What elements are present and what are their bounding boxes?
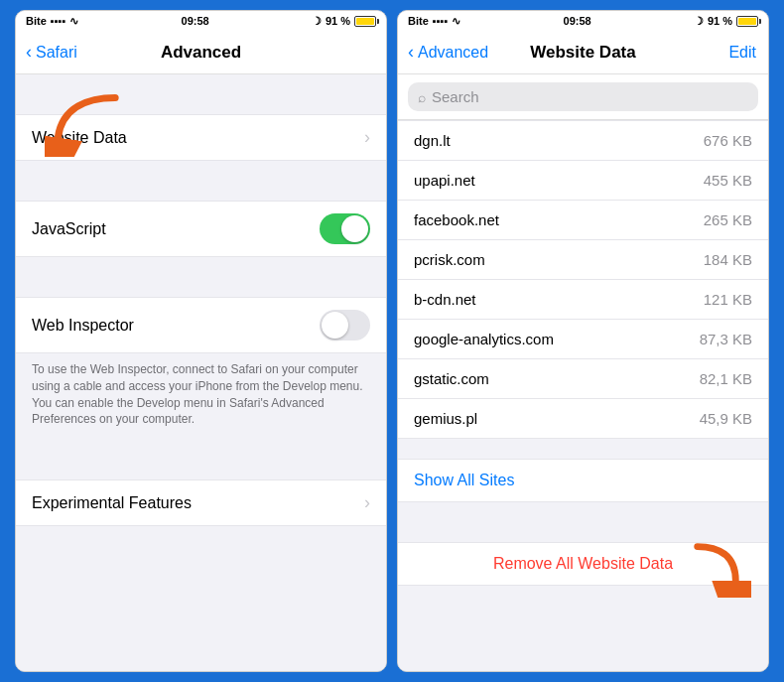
size-label: 265 KB bbox=[704, 211, 752, 228]
left-status-right: ☽ 91 % bbox=[312, 15, 376, 28]
list-item: dgn.lt 676 KB bbox=[398, 120, 768, 161]
right-battery-icon bbox=[736, 16, 758, 27]
edit-label: Edit bbox=[728, 44, 756, 61]
list-item: gstatic.com 82,1 KB bbox=[398, 359, 768, 399]
search-icon: ⌕ bbox=[418, 89, 426, 105]
list-item: facebook.net 265 KB bbox=[398, 201, 768, 240]
wifi-signal-icon: ∿ bbox=[69, 15, 78, 28]
toggle-thumb bbox=[341, 215, 368, 242]
signal-icon: ▪▪▪▪ bbox=[51, 15, 66, 27]
search-placeholder: Search bbox=[432, 88, 479, 105]
left-status-bar: Bite ▪▪▪▪ ∿ 09:58 ☽ 91 % bbox=[16, 11, 386, 31]
size-label: 82,1 KB bbox=[700, 370, 752, 387]
web-inspector-label: Web Inspector bbox=[32, 317, 134, 335]
right-time-label: 09:58 bbox=[564, 15, 591, 27]
time-label: 09:58 bbox=[182, 15, 209, 27]
left-status-left: Bite ▪▪▪▪ ∿ bbox=[26, 15, 78, 28]
spacer3 bbox=[16, 257, 386, 277]
right-content: dgn.lt 676 KB upapi.net 455 KB facebook.… bbox=[398, 120, 768, 671]
right-back-label: Advanced bbox=[418, 44, 488, 62]
right-carrier-label: Bite bbox=[408, 15, 429, 27]
back-button[interactable]: ‹ Safari bbox=[26, 42, 77, 63]
right-signal-icon: ▪▪▪▪ bbox=[433, 15, 449, 27]
domain-label: facebook.net bbox=[414, 211, 499, 228]
show-all-container: Show All Sites bbox=[398, 459, 768, 502]
right-moon-icon: ☽ bbox=[694, 15, 704, 28]
web-inspector-section: Web Inspector To use the Web Inspector, … bbox=[16, 297, 386, 440]
left-phone: Bite ▪▪▪▪ ∿ 09:58 ☽ 91 % ‹ Safari Advanc… bbox=[15, 10, 387, 672]
search-bar-container: ⌕ Search bbox=[398, 74, 768, 120]
list-item: google-analytics.com 87,3 KB bbox=[398, 320, 768, 359]
website-data-section: Website Data › bbox=[16, 114, 386, 161]
back-chevron-icon: ‹ bbox=[26, 42, 32, 63]
battery-icon bbox=[354, 16, 376, 27]
website-data-chevron-icon: › bbox=[364, 127, 370, 148]
left-content: Website Data › JavaScript Web Inspector bbox=[16, 74, 386, 671]
edit-button[interactable]: Edit bbox=[728, 44, 756, 62]
right-back-button[interactable]: ‹ Advanced bbox=[408, 42, 488, 63]
page-title: Advanced bbox=[161, 43, 241, 63]
size-label: 45,9 KB bbox=[700, 410, 752, 427]
left-phone-wrapper: Bite ▪▪▪▪ ∿ 09:58 ☽ 91 % ‹ Safari Advanc… bbox=[15, 10, 387, 672]
right-phone-wrapper: Bite ▪▪▪▪ ∿ 09:58 ☽ 91 % ‹ Advanced Webs… bbox=[397, 10, 769, 672]
website-data-label: Website Data bbox=[32, 129, 127, 147]
website-data-cell[interactable]: Website Data › bbox=[16, 114, 386, 161]
size-label: 121 KB bbox=[704, 291, 752, 308]
left-nav-bar: ‹ Safari Advanced bbox=[16, 31, 386, 74]
spacer4 bbox=[16, 440, 386, 460]
domain-label: gemius.pl bbox=[414, 410, 477, 427]
domain-label: pcrisk.com bbox=[414, 251, 485, 268]
show-all-sites-link[interactable]: Show All Sites bbox=[414, 472, 514, 488]
right-page-title: Website Data bbox=[530, 43, 635, 63]
right-back-chevron-icon: ‹ bbox=[408, 42, 414, 63]
web-inspector-cell: Web Inspector bbox=[16, 297, 386, 353]
right-nav-bar: ‹ Advanced Website Data Edit bbox=[398, 31, 768, 74]
right-status-bar: Bite ▪▪▪▪ ∿ 09:58 ☽ 91 % bbox=[398, 11, 768, 31]
size-label: 87,3 KB bbox=[700, 331, 752, 347]
domain-label: upapi.net bbox=[414, 172, 475, 189]
search-input-box[interactable]: ⌕ Search bbox=[408, 82, 758, 111]
javascript-section: JavaScript bbox=[16, 201, 386, 257]
size-label: 184 KB bbox=[704, 251, 752, 268]
data-list: dgn.lt 676 KB upapi.net 455 KB facebook.… bbox=[398, 120, 768, 439]
experimental-cell[interactable]: Experimental Features › bbox=[16, 479, 386, 526]
list-item: gemius.pl 45,9 KB bbox=[398, 399, 768, 439]
right-wifi-icon: ∿ bbox=[452, 15, 460, 28]
battery-percent-label: 91 % bbox=[326, 15, 350, 27]
battery-fill bbox=[356, 18, 374, 25]
right-status-left: Bite ▪▪▪▪ ∿ bbox=[408, 15, 460, 28]
domain-label: gstatic.com bbox=[414, 370, 489, 387]
domain-label: google-analytics.com bbox=[414, 331, 554, 347]
list-item: pcrisk.com 184 KB bbox=[398, 240, 768, 280]
list-item: upapi.net 455 KB bbox=[398, 161, 768, 201]
right-phone: Bite ▪▪▪▪ ∿ 09:58 ☽ 91 % ‹ Advanced Webs… bbox=[397, 10, 769, 672]
remove-all-button[interactable]: Remove All Website Data bbox=[493, 555, 673, 572]
list-item: b-cdn.net 121 KB bbox=[398, 280, 768, 320]
experimental-label: Experimental Features bbox=[32, 494, 192, 512]
remove-all-container: Remove All Website Data bbox=[398, 542, 768, 586]
spacer2 bbox=[16, 161, 386, 181]
javascript-label: JavaScript bbox=[32, 220, 106, 238]
right-status-right: ☽ 91 % bbox=[694, 15, 758, 28]
web-inspector-toggle[interactable] bbox=[320, 310, 370, 341]
experimental-chevron-icon: › bbox=[364, 492, 370, 513]
back-label: Safari bbox=[36, 44, 77, 62]
carrier-label: Bite bbox=[26, 15, 47, 27]
spacer bbox=[16, 74, 386, 94]
size-label: 676 KB bbox=[704, 132, 752, 149]
moon-icon: ☽ bbox=[312, 15, 322, 28]
right-battery-fill bbox=[738, 18, 756, 25]
web-inspector-description: To use the Web Inspector, connect to Saf… bbox=[16, 353, 386, 440]
javascript-toggle[interactable] bbox=[320, 213, 370, 244]
right-battery-percent: 91 % bbox=[708, 15, 732, 27]
experimental-section: Experimental Features › bbox=[16, 479, 386, 526]
size-label: 455 KB bbox=[704, 172, 752, 189]
domain-label: b-cdn.net bbox=[414, 291, 476, 308]
javascript-cell: JavaScript bbox=[16, 201, 386, 257]
web-inspector-toggle-thumb bbox=[322, 312, 348, 339]
domain-label: dgn.lt bbox=[414, 132, 451, 149]
